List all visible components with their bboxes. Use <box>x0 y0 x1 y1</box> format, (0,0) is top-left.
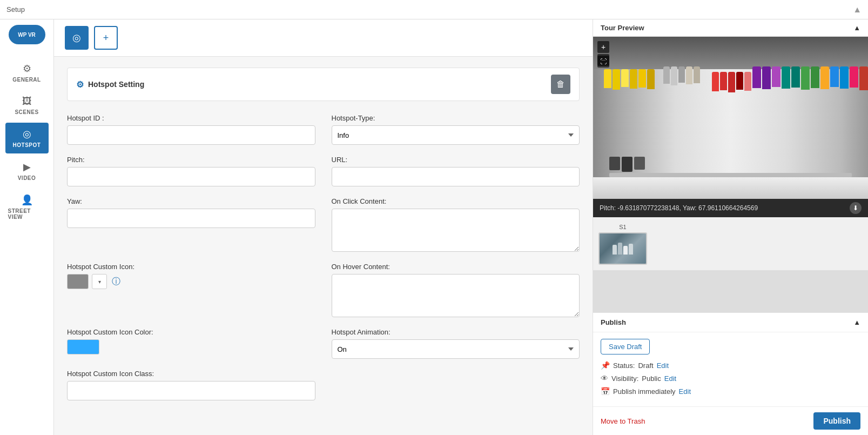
hotspot-icon: ◎ <box>23 128 31 140</box>
pitch-input[interactable] <box>67 167 315 186</box>
custom-icon-swatch[interactable] <box>67 274 89 289</box>
custom-icon-color-group: Hotspot Custom Icon Color: <box>67 328 315 359</box>
publish-button[interactable]: Publish <box>813 412 860 430</box>
visibility-label: Visibility: <box>611 374 638 383</box>
tour-preview-content: + − ⛶ Pitch: -9.631870772238148, Yaw: 67… <box>593 37 868 312</box>
publish-time-label: Publish immediately <box>613 387 676 396</box>
pitch-yaw-text: Pitch: -9.631870772238148, Yaw: 67.96110… <box>600 204 758 212</box>
hover-content-label: On Hover Content: <box>332 263 580 271</box>
publish-time-row: 📅 Publish immediately Edit <box>601 387 860 396</box>
custom-icon-class-input[interactable] <box>67 381 315 400</box>
sidebar-scenes-label: Scenes <box>15 109 38 115</box>
video-icon: ▶ <box>23 161 31 173</box>
hotspot-id-label: Hotspot ID : <box>67 114 315 122</box>
pitch-yaw-bar: Pitch: -9.631870772238148, Yaw: 67.96110… <box>593 199 868 217</box>
custom-icon-row: ▾ ⓘ <box>67 274 315 289</box>
status-label: Status: <box>613 362 635 370</box>
sidebar-item-hotspot[interactable]: ◎ Hotspot <box>5 123 49 153</box>
publish-time-edit-link[interactable]: Edit <box>679 387 691 396</box>
hotspot-setting-bar: ⚙ Hotspot Setting 🗑 <box>67 68 580 101</box>
sidebar-item-video[interactable]: ▶ Video <box>5 156 49 186</box>
animation-label: Hotspot Animation: <box>332 328 580 336</box>
onclick-content-label: On Click Content: <box>332 197 580 205</box>
hotspot-setting-title: ⚙ Hotspot Setting <box>76 79 144 90</box>
sidebar-streetview-label: Street View <box>8 208 46 220</box>
visibility-row: 👁 Visibility: Public Edit <box>601 374 860 383</box>
save-draft-button[interactable]: Save Draft <box>601 339 650 354</box>
pitch-label: Pitch: <box>67 156 315 164</box>
hotspot-type-select[interactable]: Info URL Scene Video <box>332 125 580 145</box>
tour-preview-collapse-icon[interactable]: ▲ <box>853 24 860 32</box>
hotspot-id-group: Hotspot ID : <box>67 114 315 145</box>
download-button[interactable]: ⬇ <box>850 202 862 214</box>
custom-icon-color-label: Hotspot Custom Icon Color: <box>67 328 315 336</box>
sidebar-item-general[interactable]: ⚙ General <box>5 57 49 88</box>
calendar-icon: 📅 <box>601 387 610 396</box>
publish-panel: Publish ▲ Save Draft 📌 Status: Draft Edi… <box>593 312 868 435</box>
sidebar-item-streetview[interactable]: 👤 Street View <box>5 189 49 225</box>
scene-thumb-image <box>598 232 647 265</box>
add-button[interactable]: + <box>94 26 118 50</box>
hotspot-setting-label: Hotspot Setting <box>88 80 144 89</box>
status-edit-link[interactable]: Edit <box>657 362 669 370</box>
animation-group: Hotspot Animation: On Off <box>332 328 580 359</box>
custom-icon-class-group: Hotspot Custom Icon Class: <box>67 370 315 400</box>
fullscreen-button[interactable]: ⛶ <box>597 56 609 68</box>
sidebar-general-label: General <box>12 77 41 83</box>
sidebar-item-scenes[interactable]: 🖼 Scenes <box>5 90 49 121</box>
animation-select[interactable]: On Off <box>332 339 580 359</box>
visibility-value: Public <box>642 374 661 383</box>
custom-icon-label: Hotspot Custom Icon: <box>67 263 315 271</box>
status-pin-icon: 📌 <box>601 361 610 370</box>
sidebar: WP VR ⚙ General 🖼 Scenes ◎ Hotspot ▶ Vid… <box>0 19 54 435</box>
add-hotspot-button[interactable]: ◎ <box>65 26 89 50</box>
streetview-icon: 👤 <box>21 194 33 206</box>
scene-thumbnail[interactable]: S1 <box>598 224 647 265</box>
custom-icon-info-button[interactable]: ⓘ <box>110 276 122 287</box>
center-content: ◎ + ⚙ Hotspot Setting 🗑 Hotspot ID : <box>54 19 593 435</box>
publish-body: Save Draft 📌 Status: Draft Edit 👁 Visibi… <box>593 332 868 406</box>
top-bar-title: Setup <box>6 5 25 14</box>
main-layout: WP VR ⚙ General 🖼 Scenes ◎ Hotspot ▶ Vid… <box>0 19 868 435</box>
yaw-label: Yaw: <box>67 197 315 205</box>
tour-preview-title: Tour Preview <box>601 24 644 32</box>
publish-footer: Move to Trash Publish <box>593 406 868 435</box>
delete-hotspot-button[interactable]: 🗑 <box>551 75 570 94</box>
custom-icon-group: Hotspot Custom Icon: ▾ ⓘ <box>67 263 315 317</box>
url-label: URL: <box>332 156 580 164</box>
url-input[interactable] <box>332 167 580 186</box>
hotspot-type-group: Hotspot-Type: Info URL Scene Video <box>332 114 580 145</box>
zoom-in-button[interactable]: + <box>597 41 609 53</box>
gear-icon: ⚙ <box>23 63 31 75</box>
color-picker-wrapper <box>67 339 315 354</box>
scenes-icon: 🖼 <box>22 96 32 107</box>
status-row: 📌 Status: Draft Edit <box>601 361 860 370</box>
yaw-input[interactable] <box>67 209 315 228</box>
top-bar: Setup ▲ <box>0 0 868 19</box>
onclick-content-input[interactable] <box>332 209 580 252</box>
hotspot-type-label: Hotspot-Type: <box>332 114 580 122</box>
logo: WP VR <box>9 25 45 44</box>
form-grid: Hotspot ID : Hotspot-Type: Info URL Scen… <box>67 114 580 400</box>
scene-thumbnails: S1 <box>593 217 868 270</box>
hover-content-input[interactable] <box>332 274 580 317</box>
settings-gear-icon: ⚙ <box>76 79 84 90</box>
publish-title: Publish <box>601 318 626 326</box>
sidebar-video-label: Video <box>18 175 36 181</box>
hover-content-group: On Hover Content: <box>332 263 580 317</box>
right-panel: Tour Preview ▲ <box>593 19 868 435</box>
collapse-icon[interactable]: ▲ <box>853 5 862 15</box>
color-swatch[interactable] <box>67 339 99 354</box>
move-to-trash-link[interactable]: Move to Trash <box>601 417 645 425</box>
custom-icon-dropdown[interactable]: ▾ <box>92 274 107 289</box>
scene-label: S1 <box>619 224 626 230</box>
visibility-edit-link[interactable]: Edit <box>664 374 676 383</box>
hotspot-id-input[interactable] <box>67 125 315 145</box>
yaw-group: Yaw: <box>67 197 315 252</box>
publish-collapse-icon[interactable]: ▲ <box>853 318 860 326</box>
tour-preview-header: Tour Preview ▲ <box>593 19 868 37</box>
visibility-icon: 👁 <box>601 374 608 383</box>
custom-icon-class-label: Hotspot Custom Icon Class: <box>67 370 315 378</box>
url-group: URL: <box>332 156 580 186</box>
toolbar: ◎ + <box>54 19 593 57</box>
